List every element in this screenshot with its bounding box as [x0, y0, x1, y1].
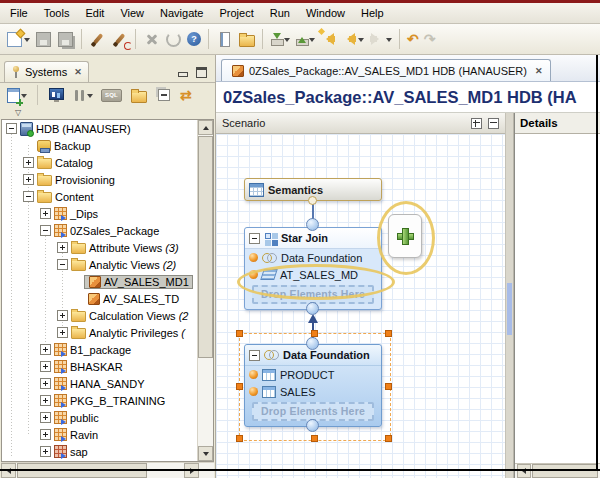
minimize-button[interactable]	[178, 68, 189, 78]
connection-point[interactable]	[306, 218, 319, 231]
connection-point[interactable]	[306, 302, 319, 315]
expand-icon[interactable]	[40, 412, 51, 423]
star-join-row-data-foundation[interactable]: Data Foundation	[245, 249, 381, 266]
expand-icon[interactable]	[23, 174, 34, 185]
tree-item-hdb[interactable]: HDB (HANAUSER)	[2, 120, 213, 137]
refresh-button[interactable]: ⇄	[178, 86, 194, 104]
chevron-down-icon[interactable]	[87, 94, 93, 101]
chevron-down-icon[interactable]	[309, 38, 315, 45]
editor-tab[interactable]: 0ZSales_Package::AV_SALES_MD1 HDB (HANAU…	[221, 59, 551, 81]
tree-item-av-sales-md1[interactable]: AV_SALES_MD1	[2, 273, 213, 290]
last-edit-location-button[interactable]	[318, 31, 338, 47]
activate-button[interactable]	[87, 29, 108, 50]
expand-icon[interactable]	[40, 208, 51, 219]
chevron-down-icon[interactable]	[21, 94, 27, 101]
revert-button[interactable]	[163, 29, 184, 50]
expand-icon[interactable]	[57, 310, 68, 321]
scrollbar-thumb[interactable]	[198, 136, 213, 358]
configuration-button[interactable]	[71, 87, 95, 104]
tree-item-analytic-privileges[interactable]: Analytic Privileges(	[2, 324, 213, 341]
tree-item-backup[interactable]: Backup	[2, 137, 213, 154]
tree-item-public[interactable]: public	[2, 409, 213, 426]
tree-item-calculation-views[interactable]: Calculation Views(2	[2, 307, 213, 324]
expand-icon[interactable]	[23, 157, 34, 168]
collapse-icon[interactable]	[6, 123, 17, 134]
plus-icon[interactable]	[398, 229, 413, 244]
chevron-down-icon[interactable]	[24, 38, 30, 45]
star-join-row-at-sales-md[interactable]: AT_SALES_MD	[245, 266, 381, 283]
collapse-icon[interactable]	[40, 225, 51, 236]
menu-view[interactable]: View	[112, 5, 152, 21]
scroll-left-button[interactable]	[517, 464, 531, 478]
panel-splitter[interactable]	[505, 113, 514, 478]
expand-icon[interactable]	[57, 327, 68, 338]
tree-item-dips[interactable]: _Dips	[2, 205, 213, 222]
save-button[interactable]	[33, 29, 54, 50]
tree-item-pkg-b-training[interactable]: PKG_B_TRAINING	[2, 392, 213, 409]
collapse-left-icon[interactable]	[507, 253, 513, 259]
collapse-right-icon[interactable]	[507, 350, 513, 356]
add-system-button[interactable]	[5, 86, 29, 105]
expand-icon[interactable]	[40, 395, 51, 406]
scrollbar-thumb[interactable]	[532, 464, 598, 478]
menu-project[interactable]: Project	[211, 5, 261, 21]
tree-item-bhaskar[interactable]: BHASKAR	[2, 358, 213, 375]
import-button[interactable]	[268, 31, 292, 48]
selection-handle[interactable]	[236, 383, 243, 390]
validate-button[interactable]	[109, 29, 130, 50]
new-wizard-button[interactable]	[4, 29, 32, 50]
tree-item-av-sales-td[interactable]: AV_SALES_TD	[2, 290, 213, 307]
expand-icon[interactable]	[40, 446, 51, 457]
forward-button[interactable]	[367, 31, 394, 47]
tree-item-ravin[interactable]: Ravin	[2, 426, 213, 443]
connection-point[interactable]	[306, 419, 319, 432]
tree-item-catalog[interactable]: Catalog	[2, 154, 213, 171]
collapse-all-icon[interactable]	[488, 118, 499, 129]
sql-console-button[interactable]: SQL	[99, 87, 124, 104]
collapse-icon[interactable]	[249, 233, 260, 244]
tree-vertical-scrollbar[interactable]	[197, 120, 213, 461]
back-button[interactable]	[339, 31, 366, 47]
selection-handle[interactable]	[236, 435, 243, 442]
chevron-down-icon[interactable]	[284, 38, 290, 45]
view-menu-arrow[interactable]: ▽	[0, 107, 215, 119]
chevron-down-icon[interactable]	[386, 38, 392, 45]
selection-handle[interactable]	[311, 330, 318, 337]
selection-handle[interactable]	[385, 330, 392, 337]
expand-icon[interactable]	[40, 429, 51, 440]
export-button[interactable]	[293, 31, 317, 48]
scenario-canvas[interactable]: Semantics Star Join Data Foundation	[216, 134, 505, 478]
administration-console-button[interactable]	[46, 85, 67, 106]
menu-navigate[interactable]: Navigate	[152, 5, 211, 21]
tree-item-content[interactable]: Content	[2, 188, 213, 205]
save-all-button[interactable]	[55, 29, 76, 50]
selection-handle[interactable]	[385, 435, 392, 442]
open-folder-button[interactable]	[128, 85, 149, 106]
collapse-icon[interactable]	[57, 259, 68, 270]
connection-point[interactable]	[308, 196, 317, 205]
tree-item-sap[interactable]: sap	[2, 443, 213, 460]
tree-item-provisioning[interactable]: Provisioning	[2, 171, 213, 188]
expand-all-icon[interactable]	[471, 118, 482, 129]
expand-icon[interactable]	[40, 344, 51, 355]
selection-handle[interactable]	[385, 383, 392, 390]
redo-button[interactable]: ↷	[422, 30, 438, 48]
add-object-popup[interactable]	[388, 214, 422, 258]
connection-point[interactable]	[306, 337, 319, 350]
close-icon[interactable]: ✕	[74, 67, 82, 77]
tab-systems[interactable]: Systems ✕	[4, 61, 89, 82]
tree-item-0zsales-package[interactable]: 0ZSales_Package	[2, 222, 213, 239]
close-icon[interactable]: ✕	[535, 66, 543, 76]
delete-button[interactable]	[141, 29, 162, 50]
selection-handle[interactable]	[311, 435, 318, 442]
menu-window[interactable]: Window	[298, 5, 353, 21]
scroll-up-button[interactable]	[198, 120, 213, 135]
expand-icon[interactable]	[40, 361, 51, 372]
chevron-down-icon[interactable]	[358, 38, 364, 45]
tree-item-attribute-views[interactable]: Attribute Views(3)	[2, 239, 213, 256]
tree-item-hana-sandy[interactable]: HANA_SANDY	[2, 375, 213, 392]
menu-tools[interactable]: Tools	[36, 5, 78, 21]
menu-help[interactable]: Help	[353, 5, 392, 21]
star-join-node[interactable]: Star Join Data Foundation AT_SALES_MD	[244, 227, 382, 310]
menu-file[interactable]: File	[2, 5, 36, 21]
